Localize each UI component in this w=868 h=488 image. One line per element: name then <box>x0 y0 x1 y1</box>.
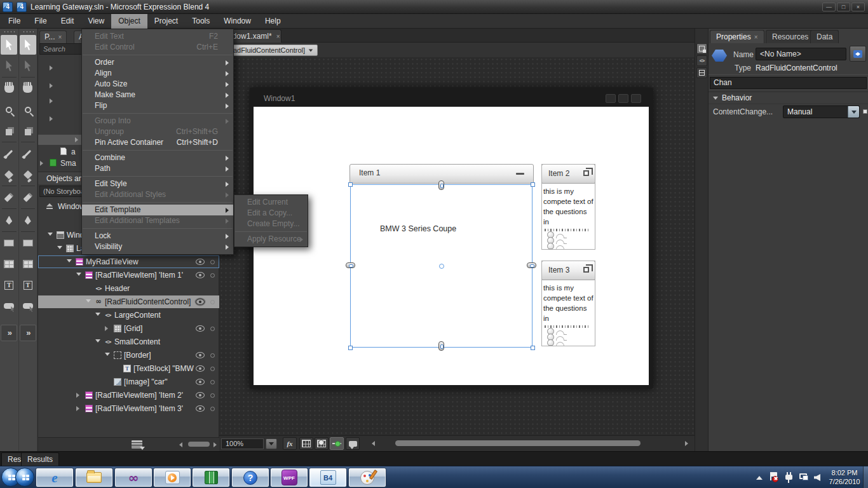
breadcrumb[interactable]: [RadFluidContentControl] <box>222 44 318 56</box>
menubar-item-window-7[interactable]: Window <box>217 14 258 29</box>
anchor-left-icon[interactable] <box>346 262 355 268</box>
tool-rectangle[interactable] <box>20 233 36 253</box>
property-search-input[interactable]: Chan <box>710 77 867 89</box>
expander-closed-icon[interactable] <box>76 406 79 411</box>
expander-closed[interactable] <box>75 137 78 142</box>
tool-paint-bucket[interactable] <box>20 165 36 184</box>
show-grid-button[interactable] <box>299 437 313 450</box>
tool-rectangle[interactable] <box>1 233 17 253</box>
expander-open-icon[interactable] <box>67 259 72 262</box>
menu-item-make-same[interactable]: Make Same <box>82 90 233 100</box>
menu-item-create-empty[interactable]: Create Empty... <box>234 219 308 229</box>
action-center-icon[interactable] <box>770 472 771 480</box>
tile-item3[interactable]: this is my compete text of the questions… <box>541 261 595 346</box>
minimize-glyph-icon[interactable] <box>516 173 524 175</box>
scroll-right-icon[interactable] <box>214 442 217 447</box>
show-desktop-button[interactable] <box>863 466 868 488</box>
name-field[interactable]: <No Name> <box>756 48 846 60</box>
tool-eraser[interactable] <box>20 187 36 207</box>
tree-row-radtileviewitem-item-2[interactable]: [RadTileViewItem] 'Item 2' <box>38 389 219 402</box>
menu-item-group-into[interactable]: Group Into <box>82 116 233 126</box>
tool-eyedropper[interactable] <box>1 144 17 163</box>
tree-row-radtileviewitem-item-1[interactable]: [RadTileViewItem] 'Item 1' <box>38 269 219 281</box>
menu-item-ungroup[interactable]: UngroupCtrl+Shift+G <box>82 126 233 137</box>
tree-row-largecontent[interactable]: <>LargeContent <box>38 309 219 322</box>
tool-eyedropper[interactable] <box>20 144 36 163</box>
expander-open-icon[interactable] <box>57 246 62 249</box>
menu-item-edit-style[interactable]: Edit Style <box>82 179 233 189</box>
tool-text[interactable]: T <box>1 275 17 295</box>
taskbar-expression-design[interactable] <box>348 468 386 487</box>
menu-item-flip[interactable]: Flip <box>82 100 233 111</box>
tool-layout-grid[interactable] <box>1 254 17 274</box>
minimize-button[interactable]: — <box>822 3 836 11</box>
close-icon[interactable]: × <box>276 33 280 40</box>
expander-open-icon[interactable] <box>48 233 53 236</box>
anchor-top-icon[interactable] <box>438 180 444 190</box>
network-icon[interactable] <box>799 473 807 479</box>
tool-pan[interactable] <box>20 79 36 98</box>
expander-open-icon[interactable] <box>95 339 100 342</box>
center-point-icon[interactable] <box>439 264 444 269</box>
tool-selection[interactable] <box>1 35 17 55</box>
taskbar-wpf[interactable]: WPF <box>270 468 308 487</box>
expander-open-icon[interactable] <box>95 313 100 316</box>
property-marker-button[interactable] <box>850 46 866 62</box>
tool-button[interactable] <box>20 296 36 316</box>
lock-toggle-icon[interactable] <box>210 273 215 278</box>
tool-pan[interactable] <box>1 79 17 98</box>
restore-glyph-icon[interactable] <box>583 170 589 176</box>
resize-handle-nw[interactable] <box>348 182 353 187</box>
zoom-level-field[interactable]: 100% <box>221 438 264 449</box>
menu-item-auto-size[interactable]: Auto Size <box>82 79 233 90</box>
tree-row-radfluidcontentcontrol[interactable]: ∞[RadFluidContentControl] <box>38 295 219 308</box>
lock-toggle-icon[interactable] <box>210 327 215 331</box>
tool-text[interactable]: T <box>20 275 36 295</box>
layers-icon[interactable] <box>132 440 142 449</box>
visibility-eye-icon[interactable] <box>196 365 205 372</box>
lock-toggle-icon[interactable] <box>210 393 215 398</box>
taskbar-blend[interactable]: B4 <box>309 468 347 487</box>
menu-item-visibility[interactable]: Visibility <box>82 241 233 252</box>
clock[interactable]: 8:02 PM 7/26/2010 <box>826 468 863 486</box>
horizontal-scrollbar-thumb[interactable] <box>395 440 641 446</box>
menu-item-pin-active-container[interactable]: Pin Active ContainerCtrl+Shift+D <box>82 137 233 148</box>
lock-toggle-icon[interactable] <box>210 353 215 358</box>
close-button[interactable]: × <box>851 3 865 11</box>
tool-zoom[interactable] <box>20 100 36 119</box>
resize-handle-ne[interactable] <box>531 182 535 187</box>
expander-closed[interactable] <box>50 65 53 71</box>
tool-camera-orbit[interactable] <box>20 121 36 140</box>
expander-closed[interactable] <box>40 161 43 166</box>
lock-toggle-icon[interactable] <box>210 260 215 264</box>
split-view-button[interactable] <box>696 67 707 78</box>
expander-closed[interactable] <box>50 83 53 88</box>
taskbar-internet-explorer[interactable]: e <box>36 468 74 487</box>
visibility-eye-icon[interactable] <box>196 272 205 278</box>
taskbar-visual-studio[interactable]: ∞ <box>114 468 153 487</box>
scroll-left-icon[interactable] <box>179 442 182 447</box>
visibility-eye-icon[interactable] <box>196 259 205 265</box>
dropdown-button[interactable] <box>848 106 859 118</box>
lock-toggle-icon[interactable] <box>210 380 215 384</box>
tree-row-smallcontent[interactable]: <>SmallContent <box>38 336 219 348</box>
anchor-bottom-icon[interactable] <box>438 341 444 351</box>
anchor-right-icon[interactable] <box>527 262 536 268</box>
visibility-eye-icon[interactable] <box>196 392 205 398</box>
expander-closed-icon[interactable] <box>76 393 79 398</box>
title-bar[interactable]: 4 4 Learning Gateway.sln - Microsoft Exp… <box>0 0 868 14</box>
advanced-options-peg[interactable] <box>863 109 867 114</box>
tool-assets[interactable]: » <box>1 325 17 341</box>
menu-item-edit-control[interactable]: Edit ControlCtrl+E <box>82 42 233 53</box>
tab-data[interactable]: Data <box>810 30 839 43</box>
close-icon[interactable]: × <box>754 34 758 41</box>
tab-resources[interactable]: Resources <box>766 30 815 43</box>
tab-results[interactable]: Results <box>21 452 59 466</box>
tile-item2-header[interactable]: Item 2 <box>541 164 595 184</box>
expander-closed[interactable] <box>50 116 53 121</box>
taskbar-media-player[interactable] <box>153 468 191 487</box>
tool-layout-grid[interactable] <box>20 254 36 274</box>
scroll-right-icon[interactable] <box>685 441 688 446</box>
scroll-left-icon[interactable] <box>372 441 375 446</box>
tab-projects[interactable]: P...× <box>39 30 67 43</box>
